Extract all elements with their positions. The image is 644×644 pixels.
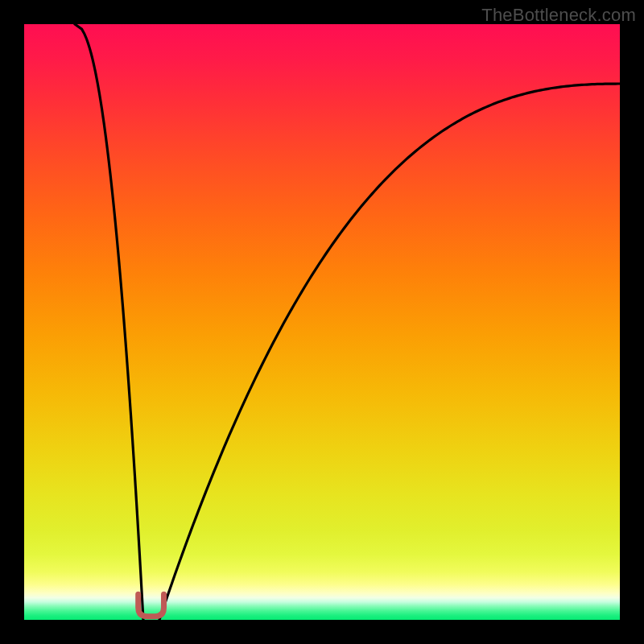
plot-svg	[24, 24, 620, 620]
gradient-background	[24, 24, 620, 620]
watermark-text: TheBottleneck.com	[481, 5, 636, 26]
outer-frame: TheBottleneck.com	[0, 0, 644, 644]
plot-area	[24, 24, 620, 620]
